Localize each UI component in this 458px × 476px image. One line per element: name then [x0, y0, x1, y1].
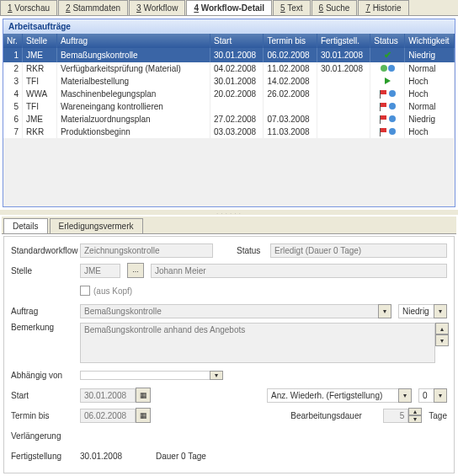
stelle-lookup-button[interactable]: ... [127, 263, 144, 278]
value-fertigstellung: 30.01.2008 [80, 452, 156, 461]
label-standardworkflow: Standardworkflow [11, 246, 80, 255]
label-tage: Tage [429, 411, 447, 420]
combo-auftrag[interactable]: Bemaßungskontrolle ▾ [80, 304, 391, 318]
label-auftrag: Auftrag [11, 307, 80, 316]
col-status[interactable]: Status [370, 34, 405, 48]
table-row[interactable]: 4WWAMaschinenbelegungsplan20.02.200826.0… [3, 88, 455, 100]
flag-icon [380, 128, 396, 135]
label-stelle: Stelle [11, 266, 80, 275]
details-form: Standardworkflow Zeichnungskontrolle Sta… [3, 236, 455, 473]
main-tab-3[interactable]: 4 Workflow-Detail [186, 0, 272, 15]
field-terminbis[interactable]: 06.02.2008 [80, 409, 136, 423]
main-tab-2[interactable]: 3 Workflow [129, 0, 185, 15]
label-auskopf: (aus Kopf) [93, 286, 132, 296]
field-start[interactable]: 30.01.2008 [80, 388, 136, 403]
col-termin[interactable]: Termin bis [264, 34, 317, 48]
col-stelle[interactable]: Stelle [23, 34, 57, 48]
field-bemerkung[interactable]: Bemaßungskontrolle anhand des Angebots [80, 323, 435, 363]
calendar-icon[interactable]: ▦ [136, 408, 151, 423]
table-row[interactable]: 7RKRProduktionsbeginn03.03.200811.03.200… [3, 126, 455, 138]
spinner-down-icon[interactable]: ▾ [408, 415, 422, 423]
checkbox-auskopf[interactable] [80, 286, 90, 296]
field-status: Erledigt (Dauer 0 Tage) [270, 243, 447, 258]
combo-priority[interactable]: Niedrig ▾ [398, 304, 447, 318]
grid-header-row: Nr. Stelle Auftrag Start Termin bis Fert… [3, 34, 455, 48]
chevron-down-icon[interactable]: ▾ [210, 371, 223, 380]
check-icon: ✔ [384, 50, 391, 60]
table-row[interactable]: 6JMEMaterialzuordnungsplan27.02.200807.0… [3, 113, 455, 126]
flag-icon [380, 115, 396, 122]
combo-anzwiederh[interactable]: Anz. Wiederh. (Fertigstellung) ▾ [267, 388, 412, 403]
label-verlaengerung: Verlängerung [11, 431, 80, 441]
main-tab-1[interactable]: 2 Stammdaten [58, 0, 128, 15]
field-stelle-name: Johann Meier [151, 264, 447, 278]
col-start[interactable]: Start [210, 34, 264, 48]
field-anzwiederh-val: 0 [418, 388, 434, 403]
main-tab-0[interactable]: 1 Vorschau [0, 0, 57, 15]
combo-anzwiederh-val[interactable]: 0 ▾ [418, 388, 447, 403]
field-priority: Niedrig [398, 304, 434, 318]
main-tabs: 1 Vorschau2 Stammdaten3 Workflow4 Workfl… [0, 0, 458, 16]
table-row[interactable]: 5TFIWareneingang kontrollierenNormal [3, 100, 455, 113]
spinner-up-icon[interactable]: ▴ [408, 408, 422, 415]
sub-tab-erledigungsvermerk[interactable]: Erledigungsvermerk [50, 218, 143, 233]
flag-icon [380, 90, 396, 97]
field-standardworkflow: Zeichnungskontrolle [80, 243, 213, 258]
grid-container: Nr. Stelle Auftrag Start Termin bis Fert… [3, 34, 455, 206]
workorders-grid[interactable]: Nr. Stelle Auftrag Start Termin bis Fert… [3, 34, 455, 138]
table-row[interactable]: 2RKRVerfügbarkeitsprüfung (Material)04.0… [3, 62, 455, 75]
main-tab-6[interactable]: 7 Historie [358, 0, 408, 15]
label-status: Status [237, 246, 270, 255]
section-title: Arbeitsaufträge [3, 19, 455, 34]
label-terminbis: Termin bis [11, 411, 80, 420]
chevron-down-icon[interactable]: ▾ [434, 304, 447, 318]
col-fertig[interactable]: Fertigstell. [317, 34, 370, 48]
chevron-down-icon[interactable]: ▾ [434, 388, 447, 403]
scroll-up-icon[interactable]: ▴ [435, 323, 449, 334]
sub-tab-details[interactable]: Details [3, 218, 48, 233]
field-abhaengig [80, 371, 210, 380]
scroll-down-icon[interactable]: ▾ [435, 334, 449, 346]
field-anzwiederh-label: Anz. Wiederh. (Fertigstellung) [267, 388, 398, 403]
label-bearbeitungsdauer: Bearbeitungsdauer [290, 411, 383, 420]
detail-panel: DetailsErledigungsvermerk Standardworkfl… [2, 217, 456, 473]
field-stelle-code: JME [80, 264, 120, 278]
workorders-section: Arbeitsaufträge Nr. Stelle Auftrag Start… [3, 19, 455, 207]
value-dauer: Dauer 0 Tage [156, 452, 206, 461]
label-fertigstellung: Fertigstellung [11, 452, 80, 461]
splitter[interactable]: . . . . . . [0, 210, 458, 215]
chevron-down-icon[interactable]: ▾ [398, 388, 412, 403]
flag-icon [380, 103, 396, 110]
col-nr[interactable]: Nr. [3, 34, 23, 48]
field-auftrag: Bemaßungskontrolle [80, 304, 378, 318]
run-icon [381, 65, 395, 72]
col-wicht[interactable]: Wichtigkeit [405, 34, 455, 48]
table-row[interactable]: 1JMEBemaßungskontrolle30.01.200806.02.20… [3, 48, 455, 62]
label-start: Start [11, 391, 80, 400]
calendar-icon[interactable]: ▦ [136, 388, 151, 403]
field-bearbeitungsdauer[interactable]: 5 [383, 409, 408, 423]
col-auftrag[interactable]: Auftrag [56, 34, 210, 48]
main-tab-4[interactable]: 5 Text [273, 0, 311, 15]
combo-abhaengig[interactable]: ▾ [80, 371, 223, 380]
label-abhaengig: Abhängig von [11, 371, 80, 380]
main-tab-5[interactable]: 6 Suche [312, 0, 358, 15]
label-bemerkung: Bemerkung [11, 323, 80, 332]
sub-tabs: DetailsErledigungsvermerk [2, 217, 456, 234]
table-row[interactable]: 3TFIMaterialbestellung30.01.200814.02.20… [3, 75, 455, 88]
play-icon [385, 78, 391, 84]
chevron-down-icon[interactable]: ▾ [378, 304, 391, 318]
